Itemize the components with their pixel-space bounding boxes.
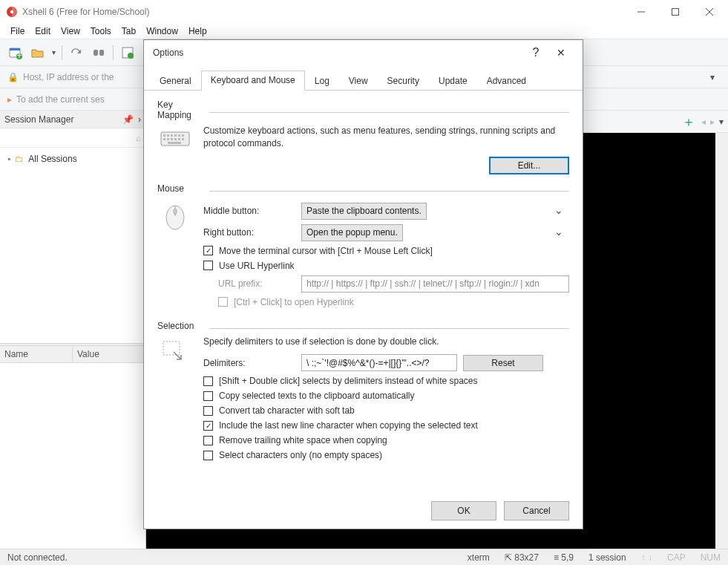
- address-dropdown-icon[interactable]: ▾: [710, 72, 715, 82]
- reset-delimiters-button[interactable]: Reset: [463, 355, 543, 371]
- session-search[interactable]: ⌕: [0, 128, 145, 148]
- copy-auto-checkbox[interactable]: [203, 391, 213, 401]
- minimize-button[interactable]: [624, 0, 658, 23]
- options-dialog: Options ? ✕ General Keyboard and Mouse L…: [143, 39, 583, 529]
- svg-rect-17: [171, 134, 173, 137]
- properties-icon[interactable]: [119, 45, 136, 61]
- svg-rect-24: [174, 138, 177, 140]
- middle-button-select[interactable]: Paste the clipboard contents.: [301, 203, 427, 220]
- tab-list-dropdown-icon[interactable]: ▾: [719, 117, 724, 127]
- menu-tab[interactable]: Tab: [122, 26, 136, 36]
- folder-icon: 🗀: [15, 154, 24, 164]
- menu-edit[interactable]: Edit: [35, 26, 50, 36]
- status-cap: CAP: [667, 552, 686, 563]
- status-connection: Not connected.: [7, 552, 68, 563]
- tab-keyboard-mouse[interactable]: Keyboard and Mouse: [201, 71, 305, 91]
- shift-dblclick-checkbox[interactable]: [203, 376, 213, 386]
- tab-log[interactable]: Log: [305, 71, 339, 91]
- lock-icon: 🔒: [7, 72, 19, 82]
- section-mouse: Mouse Middle button: Paste the clipboard…: [157, 182, 569, 312]
- pin-icon[interactable]: 📌: [122, 114, 134, 125]
- menu-help[interactable]: Help: [188, 26, 207, 36]
- svg-rect-3: [672, 8, 679, 15]
- key-mapping-label: Key Mapping: [157, 98, 205, 120]
- svg-text:+: +: [16, 50, 22, 59]
- url-prefix-label: URL prefix:: [218, 278, 295, 289]
- menu-file[interactable]: File: [10, 26, 24, 36]
- toolbar-dropdown-icon[interactable]: ▾: [52, 48, 56, 56]
- session-manager-title: Session Manager: [4, 114, 122, 125]
- status-cursor: ≡ 5,9: [554, 552, 574, 563]
- keyboard-icon: [157, 125, 193, 148]
- mouse-label: Mouse: [157, 182, 205, 194]
- svg-rect-15: [163, 134, 165, 137]
- copy-auto-label: Copy selected texts to the clipboard aut…: [219, 391, 414, 401]
- svg-rect-25: [178, 138, 180, 140]
- new-tab-button[interactable]: ＋: [676, 113, 701, 131]
- svg-rect-18: [174, 134, 177, 137]
- convert-tab-checkbox[interactable]: [203, 406, 213, 416]
- svg-rect-22: [167, 138, 169, 140]
- maximize-button[interactable]: [658, 0, 692, 23]
- ok-button[interactable]: OK: [431, 501, 496, 520]
- session-manager-panel: Session Manager 📌 › ⌕ ▪ 🗀 All Sessions N…: [0, 111, 146, 549]
- right-button-select[interactable]: Open the popup menu.: [301, 224, 403, 241]
- url-prefix-input[interactable]: [301, 275, 569, 293]
- dialog-help-button[interactable]: ?: [523, 46, 548, 59]
- use-url-checkbox[interactable]: [203, 261, 213, 270]
- properties-col-value[interactable]: Value: [73, 346, 145, 363]
- svg-rect-27: [168, 142, 181, 144]
- svg-rect-11: [99, 50, 104, 56]
- tab-next-icon[interactable]: ▸: [710, 117, 715, 127]
- include-newline-checkbox[interactable]: ✓: [203, 421, 213, 431]
- convert-tab-label: Convert tab character with soft tab: [219, 405, 355, 416]
- properties-body: [0, 363, 145, 549]
- selection-label: Selection: [157, 319, 205, 331]
- session-root-label: All Sessions: [28, 154, 76, 164]
- tab-advanced[interactable]: Advanced: [477, 71, 536, 91]
- new-session-icon[interactable]: +: [7, 45, 24, 61]
- svg-point-1: [10, 10, 13, 13]
- svg-rect-10: [94, 50, 98, 56]
- key-mapping-desc: Customize keyboard actions, such as menu…: [203, 125, 569, 151]
- properties-col-name[interactable]: Name: [0, 346, 73, 363]
- select-chars-only-checkbox[interactable]: [203, 451, 213, 460]
- delimiters-label: Delimiters:: [203, 358, 295, 368]
- section-key-mapping: Key Mapping Customize keyboard actions, …: [157, 98, 569, 174]
- right-button-label: Right button:: [203, 227, 295, 238]
- disconnect-icon[interactable]: [91, 45, 107, 61]
- tab-prev-icon[interactable]: ◂: [701, 117, 706, 127]
- tab-view[interactable]: View: [339, 71, 378, 91]
- move-cursor-checkbox[interactable]: ✓: [203, 246, 213, 255]
- status-size: ⇱ 83x27: [505, 552, 539, 563]
- status-bar: Not connected. xterm ⇱ 83x27 ≡ 5,9 1 ses…: [0, 549, 728, 565]
- tab-update[interactable]: Update: [429, 71, 477, 91]
- tab-security[interactable]: Security: [378, 71, 429, 91]
- select-chars-only-label: Select characters only (no empty spaces): [219, 450, 382, 460]
- status-sessions: 1 session: [588, 552, 626, 563]
- menu-tools[interactable]: Tools: [91, 26, 111, 36]
- reconnect-icon[interactable]: [68, 45, 85, 61]
- add-session-icon[interactable]: ▸: [7, 94, 12, 105]
- svg-rect-23: [171, 138, 173, 140]
- svg-point-30: [174, 209, 177, 215]
- terminal-scrollbar[interactable]: [715, 133, 728, 549]
- open-session-icon[interactable]: [30, 45, 46, 61]
- address-placeholder[interactable]: Host, IP address or the: [23, 72, 114, 82]
- panel-menu-icon[interactable]: ›: [138, 114, 141, 125]
- menu-window[interactable]: Window: [146, 26, 178, 36]
- trim-whitespace-label: Remove trailing white space when copying: [219, 435, 387, 445]
- delimiters-input[interactable]: [301, 354, 457, 371]
- close-button[interactable]: [692, 0, 727, 23]
- cancel-button[interactable]: Cancel: [504, 501, 569, 520]
- session-root-item[interactable]: ▪ 🗀 All Sessions: [4, 152, 141, 166]
- window-title: Xshell 6 (Free for Home/School): [22, 7, 149, 17]
- edit-keymapping-button[interactable]: Edit...: [489, 157, 569, 174]
- svg-rect-16: [167, 134, 169, 137]
- menu-view[interactable]: View: [61, 26, 80, 36]
- ctrl-click-label: [Ctrl + Click] to open Hyperlink: [234, 297, 354, 307]
- search-icon[interactable]: ⌕: [136, 133, 141, 143]
- tab-general[interactable]: General: [150, 71, 201, 91]
- trim-whitespace-checkbox[interactable]: [203, 436, 213, 445]
- dialog-close-button[interactable]: ✕: [548, 47, 574, 59]
